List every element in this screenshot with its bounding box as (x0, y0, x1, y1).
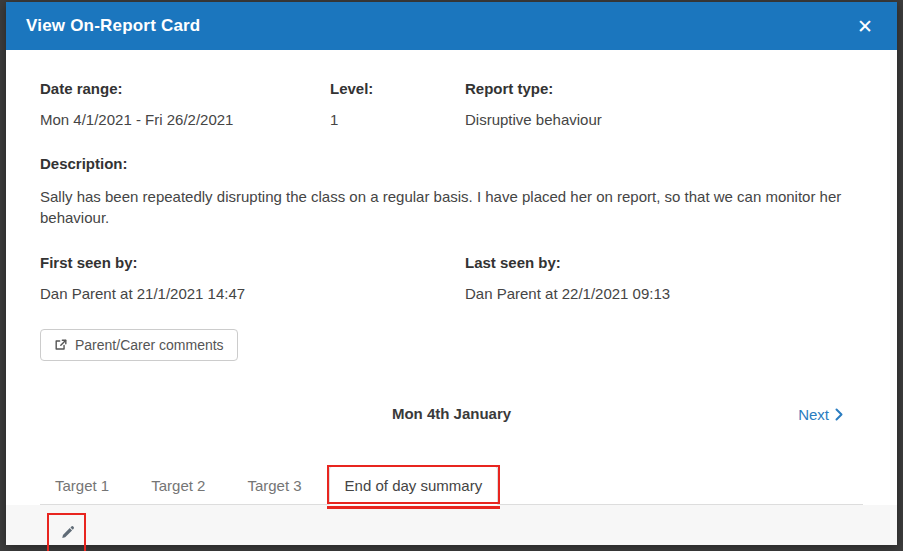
next-day-link[interactable]: Next (798, 406, 843, 423)
level-value: 1 (330, 111, 465, 128)
report-type-field: Report type: Disruptive behaviour (465, 80, 863, 128)
edit-button-wrapper (54, 519, 80, 545)
level-label: Level: (330, 80, 465, 97)
date-range-label: Date range: (40, 80, 330, 97)
last-seen-field: Last seen by: Dan Parent at 22/1/2021 09… (465, 254, 863, 302)
description-field: Description: Sally has been repeatedly d… (40, 155, 863, 229)
seen-fields: First seen by: Dan Parent at 21/1/2021 1… (40, 254, 863, 302)
tab-target-2[interactable]: Target 2 (136, 467, 220, 504)
modal-backdrop: View On-Report Card ✕ Date range: Mon 4/… (0, 0, 903, 551)
tab-bar: Target 1 Target 2 Target 3 End of day su… (40, 466, 863, 505)
view-on-report-card-modal: View On-Report Card ✕ Date range: Mon 4/… (6, 2, 897, 545)
modal-body: Date range: Mon 4/1/2021 - Fri 26/2/2021… (6, 50, 897, 545)
modal-header: View On-Report Card ✕ (6, 2, 897, 50)
first-seen-label: First seen by: (40, 254, 465, 271)
level-field: Level: 1 (330, 80, 465, 128)
chevron-right-icon (835, 408, 843, 421)
description-value: Sally has been repeatedly disrupting the… (40, 186, 863, 229)
parent-carer-comments-button[interactable]: Parent/Carer comments (40, 329, 238, 361)
date-range-field: Date range: Mon 4/1/2021 - Fri 26/2/2021 (40, 80, 330, 128)
parent-carer-comments-label: Parent/Carer comments (75, 337, 224, 353)
next-label: Next (798, 406, 829, 423)
close-icon: ✕ (857, 16, 873, 37)
current-day-label: Mon 4th January (40, 405, 863, 422)
last-seen-label: Last seen by: (465, 254, 863, 271)
tab-end-of-day-summary-label: End of day summary (345, 477, 483, 494)
report-type-label: Report type: (465, 80, 863, 97)
tab-target-1[interactable]: Target 1 (40, 467, 124, 504)
external-link-icon (54, 338, 68, 352)
description-label: Description: (40, 155, 863, 172)
tab-target-3[interactable]: Target 3 (232, 467, 316, 504)
end-of-day-summary-panel (6, 505, 897, 545)
report-type-value: Disruptive behaviour (465, 111, 863, 128)
last-seen-value: Dan Parent at 22/1/2021 09:13 (465, 285, 863, 302)
date-range-value: Mon 4/1/2021 - Fri 26/2/2021 (40, 111, 330, 128)
meta-fields: Date range: Mon 4/1/2021 - Fri 26/2/2021… (40, 80, 863, 128)
first-seen-field: First seen by: Dan Parent at 21/1/2021 1… (40, 254, 465, 302)
close-button[interactable]: ✕ (855, 13, 875, 40)
day-navigation: Mon 4th January Next (40, 405, 863, 424)
tab-end-of-day-summary[interactable]: End of day summary (329, 466, 499, 505)
modal-title: View On-Report Card (26, 16, 200, 36)
edit-pencil-button[interactable] (54, 519, 80, 545)
first-seen-value: Dan Parent at 21/1/2021 14:47 (40, 285, 465, 302)
pencil-icon (60, 525, 75, 540)
